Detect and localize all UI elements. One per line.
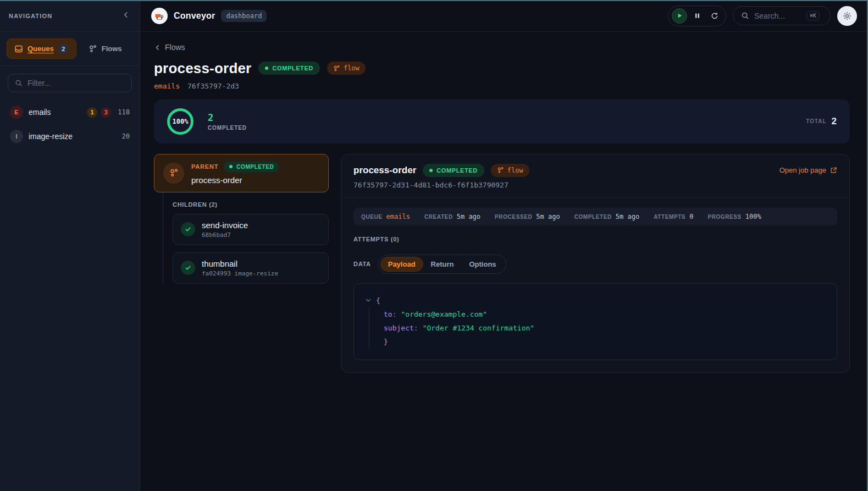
child-job-meta: fa024993 image-resize (202, 270, 278, 277)
tab-options[interactable]: Options (461, 257, 504, 272)
json-children: to:"orders@example.com" subject:"Order #… (369, 307, 826, 349)
json-open-brace: { (376, 294, 380, 307)
filter-box[interactable] (8, 74, 132, 92)
status-badge: COMPLETED (258, 62, 319, 75)
completed-count: 2 (208, 112, 247, 123)
meta-label: PROCESSED (495, 214, 532, 220)
sun-icon (843, 12, 852, 20)
sidebar-title: NAVIGATION (9, 13, 52, 19)
search-icon (741, 12, 749, 20)
queue-link[interactable]: emails (154, 82, 180, 90)
queue-list: E emails 1 3 118 I image-resize 20 (0, 97, 140, 152)
detail-status-badge: COMPLETED (423, 164, 484, 177)
refresh-icon (711, 12, 718, 20)
completed-stat: 2 COMPLETED (208, 112, 247, 131)
app-name: Conveyor (174, 11, 215, 21)
sidebar-tabs: Queues 2 Flows (0, 32, 140, 66)
tab-queues-count: 2 (58, 43, 69, 54)
meta-value: 5m ago (457, 213, 480, 220)
meta-value: 100% (745, 213, 761, 220)
parent-status-label: COMPLETED (236, 164, 274, 170)
detail-body: QUEUE emails CREATED 5m ago PROCESSED 5m… (341, 198, 849, 372)
child-job-card-thumbnail[interactable]: thumbnail fa024993 image-resize (173, 252, 329, 284)
tab-queues[interactable]: Queues 2 (7, 38, 76, 59)
pause-icon (694, 13, 700, 19)
json-key: subject (384, 324, 414, 332)
chevron-left-icon (154, 44, 161, 51)
queue-name: emails (29, 108, 81, 117)
main-area: Conveyor dashboard (140, 0, 868, 491)
sidebar: NAVIGATION Queues 2 Flows (0, 0, 140, 491)
play-button[interactable] (672, 8, 687, 24)
filter-input[interactable] (27, 79, 125, 87)
window-top-accent (0, 0, 868, 1)
status-dot-icon (229, 165, 233, 168)
detail-job-title: process-order (353, 165, 416, 176)
playback-controls (668, 5, 726, 26)
progress-summary-card: 100% 2 COMPLETED TOTAL 2 (154, 100, 850, 144)
detail-job-id: 76f35797-2d31-4d81-bdc6-f6f1b3790927 (353, 181, 837, 189)
tab-payload[interactable]: Payload (380, 257, 423, 272)
meta-value: 5m ago (536, 213, 560, 220)
parent-job-name: process-order (191, 175, 279, 185)
open-job-page-link[interactable]: Open job page (779, 166, 837, 174)
flow-icon (89, 45, 97, 53)
attempts-section-label: ATTEMPTS (0) (353, 236, 837, 242)
payload-json-viewer: { to:"orders@example.com" subject:"Order… (353, 283, 837, 360)
detail-flow-badge-label: flow (507, 167, 523, 174)
meta-value: 0 (689, 213, 693, 220)
status-dot-icon (265, 67, 268, 70)
child-job-card-send-invoice[interactable]: send-invoice 68b6bad7 (173, 214, 329, 245)
breadcrumb[interactable]: Flows (154, 43, 185, 52)
tab-return[interactable]: Return (423, 257, 462, 272)
meta-queue: QUEUE emails (361, 213, 410, 220)
flow-type-badge: flow (327, 62, 366, 75)
queue-item-image-resize[interactable]: I image-resize 20 (4, 124, 135, 148)
status-badge-label: COMPLETED (272, 65, 313, 71)
json-line-to: to:"orders@example.com" (384, 307, 826, 321)
tab-flows[interactable]: Flows (82, 40, 129, 58)
refresh-button[interactable] (707, 8, 722, 24)
check-icon (181, 261, 195, 275)
play-icon (677, 13, 683, 19)
meta-value: emails (386, 213, 410, 220)
json-colon: : (392, 310, 397, 318)
parent-job-card[interactable]: PARENT COMPLETED process-order (154, 154, 329, 192)
json-string-value: "orders@example.com" (401, 310, 487, 318)
child-job-meta: 68b6bad7 (202, 231, 248, 239)
pause-button[interactable] (689, 8, 705, 24)
search-input[interactable] (754, 12, 801, 20)
open-job-page-label: Open job page (779, 166, 826, 174)
json-close-row: } (384, 335, 826, 349)
queue-item-emails[interactable]: E emails 1 3 118 (4, 100, 135, 124)
meta-attempts: ATTEMPTS 0 (654, 213, 693, 220)
queue-badge-warning: 1 (87, 107, 97, 118)
json-colon: : (414, 324, 418, 332)
detail-header: process-order COMPLETED flow (341, 155, 849, 198)
inbox-icon (14, 45, 23, 53)
json-close-brace: } (384, 338, 388, 346)
theme-toggle-button[interactable] (837, 6, 857, 26)
queue-count: 20 (117, 133, 130, 140)
title-row: process-order COMPLETED flow (154, 60, 850, 77)
chevron-down-icon (365, 297, 372, 304)
sidebar-collapse-button[interactable] (121, 10, 131, 21)
queue-badges: 1 3 (87, 107, 111, 118)
queue-count: 118 (117, 108, 130, 116)
progress-percent: 100% (173, 118, 189, 125)
meta-completed: COMPLETED 5m ago (574, 213, 640, 220)
meta-label: CREATED (424, 214, 453, 220)
flow-tree: PARENT COMPLETED process-order CHILDREN … (154, 154, 329, 291)
external-link-icon (830, 167, 837, 174)
check-icon (181, 222, 195, 236)
page-content: Flows process-order COMPLETED flow email… (140, 32, 868, 491)
tab-flows-label: Flows (102, 45, 122, 53)
data-tab-group: Payload Return Options (378, 255, 506, 274)
job-meta-band: QUEUE emails CREATED 5m ago PROCESSED 5m… (353, 208, 837, 225)
json-root-row[interactable]: { (365, 294, 826, 307)
sidebar-header: NAVIGATION (0, 0, 140, 32)
global-search[interactable]: ⌘K (733, 6, 831, 25)
sidebar-filter (0, 66, 140, 97)
parent-label: PARENT (191, 163, 218, 170)
detail-status-label: COMPLETED (436, 167, 477, 174)
